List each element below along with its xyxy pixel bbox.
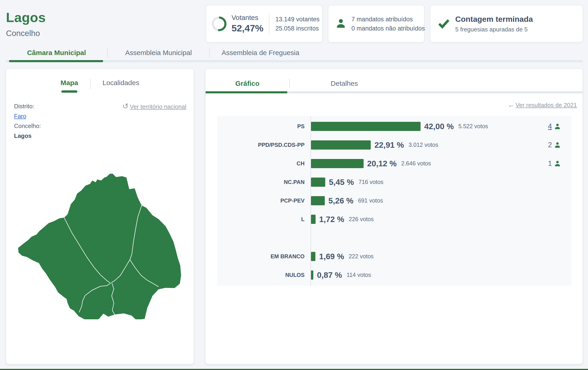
party-label: PS: [217, 123, 307, 130]
turnout-block: Votantes 52,47%: [231, 14, 263, 34]
votantes-percent: 52,47%: [231, 23, 263, 34]
person-icon: [335, 18, 346, 30]
result-bar[interactable]: [311, 159, 364, 168]
tab-localidades[interactable]: Localidades: [91, 79, 151, 87]
person-icon: [554, 160, 561, 167]
results-bar-chart: PS 42,00 % 5.522 votos 4 PPD/PSD.CDS-PP …: [217, 116, 571, 286]
history-link-label: Ver resultados de 2021: [516, 102, 577, 109]
tab-camara-municipal[interactable]: Câmara Municipal: [6, 49, 107, 57]
card-votantes: Votantes 52,47% 13.149 votantes 25.058 i…: [206, 5, 323, 42]
votes-label: 2.646 votos: [401, 160, 431, 167]
result-bar[interactable]: [311, 270, 313, 280]
map-panel-tabs: Mapa Localidades: [6, 79, 194, 93]
page-subtitle: Concelho: [6, 29, 46, 38]
percent-label: 22,91 %: [374, 140, 404, 150]
concelho-value: Lagos: [14, 131, 186, 141]
party-label: NULOS: [217, 272, 307, 278]
mandatos-nao-atribuidos: 0 mandatos não atribuídos: [351, 24, 425, 33]
arrow-left-icon: ←: [508, 101, 515, 109]
chart-row: L 1,72 % 226 votos: [217, 210, 571, 229]
percent-label: 5,45 %: [329, 178, 354, 187]
header: Lagos Concelho: [6, 10, 46, 38]
percent-label: 42,00 %: [424, 122, 454, 131]
map-panel: Mapa Localidades Distrito: Faro Concelho…: [6, 68, 194, 364]
mandates: 4: [548, 122, 571, 130]
mandates: 1: [548, 160, 571, 168]
bar-area: 5,45 % 716 votos: [311, 178, 383, 187]
inscritos-count: 25.058 inscritos: [275, 24, 319, 33]
votes-label: 222 votos: [349, 253, 373, 260]
bar-area: 5,26 % 691 votos: [311, 196, 383, 205]
ver-resultados-2021-link[interactable]: ←Ver resultados de 2021: [508, 101, 577, 109]
bar-area: 42,00 % 5.522 votos: [311, 122, 488, 131]
tab-underline-track: [6, 60, 583, 62]
active-tab-indicator: [206, 91, 287, 93]
percent-label: 0,87 %: [317, 270, 342, 280]
results-panel-tabs: Gráfico Detalhes: [206, 79, 582, 88]
tab-underline-track: [206, 91, 582, 93]
mandates: 2: [548, 141, 571, 149]
votes-label: 691 votos: [358, 197, 383, 204]
percent-label: 5,26 %: [328, 196, 354, 205]
chart-row: PCP-PEV 5,26 % 691 votos: [217, 191, 571, 210]
mandatos-lines: 7 mandatos atribuídos 0 mandatos não atr…: [351, 15, 425, 33]
contagem-title: Contagem terminada: [455, 15, 533, 24]
chart-row: PPD/PSD.CDS-PP 22,91 % 3.012 votos 2: [217, 136, 571, 154]
percent-label: 20,12 %: [367, 159, 397, 168]
party-label: NC.PAN: [217, 179, 307, 185]
contagem-block: Contagem terminada 5 freguesias apuradas…: [455, 15, 533, 33]
percent-label: 1,69 %: [319, 252, 344, 261]
summary-cards: Votantes 52,47% 13.149 votantes 25.058 i…: [206, 5, 583, 42]
chart-rows: PS 42,00 % 5.522 votos 4 PPD/PSD.CDS-PP …: [217, 116, 571, 284]
bar-area: 20,12 % 2.646 votos: [311, 159, 431, 168]
lagos-map-svg[interactable]: [13, 168, 187, 319]
result-bar[interactable]: [311, 215, 315, 224]
card-contagem: Contagem terminada 5 freguesias apuradas…: [430, 5, 583, 42]
chart-row: NC.PAN 5,45 % 716 votos: [217, 173, 571, 191]
person-icon: [554, 141, 561, 148]
card-divider: [269, 13, 269, 35]
party-label: PCP-PEV: [217, 198, 307, 204]
percent-label: 1,72 %: [319, 215, 344, 224]
tab-mapa[interactable]: Mapa: [49, 79, 90, 93]
district-link[interactable]: Faro: [14, 111, 26, 121]
result-bar[interactable]: [311, 196, 325, 205]
tab-assembleia-freguesia[interactable]: Assembleia de Freguesia: [210, 49, 311, 57]
municipality-map[interactable]: [13, 168, 187, 319]
tab-grafico[interactable]: Gráfico: [206, 80, 289, 87]
party-label: PPD/PSD.CDS-PP: [217, 142, 307, 148]
result-bar[interactable]: [311, 178, 325, 187]
undo-icon: ↺: [122, 102, 129, 110]
ver-territorio-nacional-link[interactable]: ↺Ver território nacional: [122, 102, 187, 110]
contagem-subtitle: 5 freguesias apuradas de 5: [455, 26, 533, 33]
votantes-count: 13.149 votantes: [275, 15, 319, 24]
bar-area: 1,69 % 222 votos: [311, 252, 374, 261]
back-link-label: Ver território nacional: [130, 103, 186, 110]
footer-accent-bar: [0, 369, 588, 370]
bar-area: 1,72 % 226 votos: [311, 215, 374, 224]
mandate-count[interactable]: 4: [548, 122, 552, 130]
result-bar[interactable]: [311, 252, 315, 261]
party-label: L: [217, 216, 307, 222]
active-tab-indicator: [9, 60, 103, 62]
votes-label: 5.522 votos: [458, 123, 488, 130]
chart-row: EM BRANCO 1,69 % 222 votos: [217, 247, 571, 266]
mandate-count: 1: [548, 160, 552, 168]
concelho-label: Concelho:: [14, 121, 186, 131]
votes-label: 226 votos: [349, 216, 374, 222]
tab-mapa-label: Mapa: [61, 79, 78, 87]
active-tab-indicator: [61, 90, 77, 93]
chart-row: NULOS 0,87 % 114 votos: [217, 266, 571, 284]
tab-detalhes[interactable]: Detalhes: [290, 80, 399, 87]
tab-localidades-label: Localidades: [103, 79, 139, 87]
result-bar[interactable]: [311, 122, 420, 131]
result-bar[interactable]: [311, 140, 371, 150]
card-mandatos: 7 mandatos atribuídos 0 mandatos não atr…: [328, 5, 424, 42]
votantes-label: Votantes: [231, 14, 263, 21]
map-outline[interactable]: [18, 174, 181, 319]
chart-row: PS 42,00 % 5.522 votos 4: [217, 117, 571, 136]
votes-label: 716 votos: [358, 179, 383, 185]
votantes-details: 13.149 votantes 25.058 inscritos: [275, 15, 319, 33]
results-panel: Gráfico Detalhes ←Ver resultados de 2021…: [205, 68, 583, 364]
tab-assembleia-municipal[interactable]: Assembleia Municipal: [108, 49, 209, 57]
